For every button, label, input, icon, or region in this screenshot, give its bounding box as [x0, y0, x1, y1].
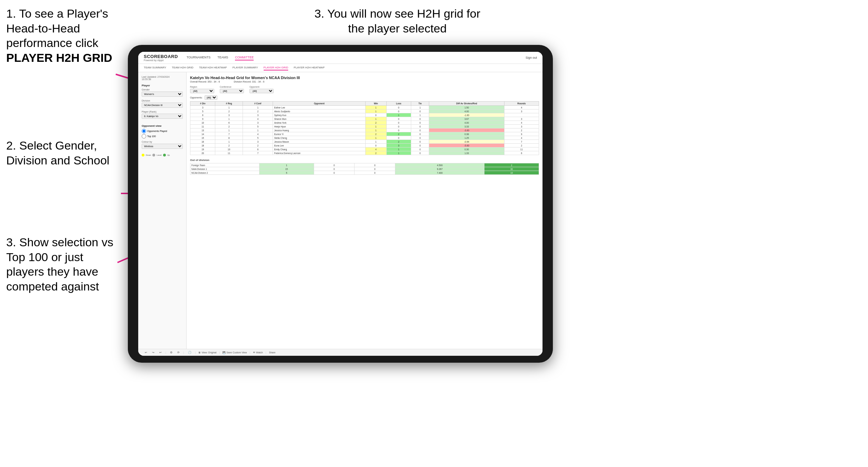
sub-nav-team-h2h-grid[interactable]: TEAM H2H GRID	[172, 65, 194, 70]
col-rounds: Rounds	[504, 102, 539, 106]
logo-sub: Powered by clippd	[144, 59, 178, 61]
table-row: 19 10 6 Emily Chang 4 1 0 0.30 11	[190, 147, 539, 151]
logo-area: SCOREBOARD Powered by clippd	[144, 54, 178, 61]
left-panel: Last Updated: 27/03/2024 16:55:38 Player…	[138, 72, 187, 349]
colour-by-select[interactable]: Win/loss	[142, 144, 183, 149]
last-updated: Last Updated: 27/03/2024 16:55:38	[142, 76, 183, 80]
sub-nav-player-h2h-heatmap[interactable]: PLAYER H2H HEATMAP	[294, 65, 325, 70]
radio-opponents-played[interactable]: Opponents Played	[142, 129, 183, 133]
opponents-row: Opponents: (All)	[190, 95, 539, 100]
division-label: Division	[142, 99, 183, 102]
save-custom-view-btn[interactable]: 💾 Save Custom View	[223, 351, 247, 354]
out-of-division-table: Foreign Team 1 0 0 4.500 2 NAIA Division…	[190, 163, 539, 175]
table-row: 10 6 3 Andrea York 2 0 0 4.00 4	[190, 121, 539, 125]
refresh-button[interactable]: ⟳	[176, 351, 181, 354]
tablet-device: SCOREBOARD Powered by clippd TOURNAMENTS…	[128, 45, 553, 363]
opponent-filter-select[interactable]: (All)	[249, 89, 274, 93]
instruction-3-right-text: 3. You will now see H2H grid for the pla…	[314, 7, 480, 35]
instruction-2-text: 2. Select Gender, Division and School	[6, 139, 110, 167]
table-row: 18 2 2 Euna Lee 0 3 0 -5.00 2	[190, 144, 539, 147]
table-row: 16 1 3 Jessica Mason 1 2 0 -0.94 7	[190, 140, 539, 144]
table-row: 14 7 4 Eunice Yi 2 2 0 0.38 9	[190, 132, 539, 136]
region-filter-group: Region (All)	[190, 86, 214, 93]
legend-label-down: Down	[146, 154, 151, 156]
division-select[interactable]: NCAA Division III	[142, 103, 183, 108]
grid-subtitle: Overall Record: 353 - 34 - 6 Division Re…	[190, 80, 539, 83]
logo-text: SCOREBOARD	[144, 54, 178, 59]
player-rank-label: Player (Rank)	[142, 111, 183, 113]
table-row: 3 1 1 Esther Lee 1 0 1 1.50 4	[190, 106, 539, 109]
undo-button[interactable]: ↩	[144, 351, 148, 354]
opponent-view-radio-group: Opponents Played Top 100	[142, 129, 183, 139]
clock-button[interactable]: 🕐	[187, 351, 192, 354]
col-conf: # Conf	[243, 102, 273, 106]
conference-filter-group: Conference (All)	[220, 86, 244, 93]
table-row: 11 2 5 Heejo Hyun 1 0 0 3.33 3	[190, 125, 539, 128]
out-of-division-title: Out of division	[190, 159, 539, 162]
nav-teams[interactable]: TEAMS	[217, 55, 228, 60]
player-rank-select[interactable]: 8. Katelyn Vo	[142, 114, 183, 119]
legend-label-level: Level	[157, 154, 161, 156]
conference-filter-select[interactable]: (All)	[220, 89, 244, 93]
gender-label: Gender	[142, 88, 183, 91]
nav-committee[interactable]: COMMITTEE	[235, 55, 254, 60]
watch-button[interactable]: 👁 Watch	[253, 351, 263, 354]
table-row: 13 1 1 Jessica Huang 1 0 0 -3.00 2	[190, 128, 539, 132]
instruction-3-left-text: 3. Show selection vs Top 100 or just pla…	[6, 236, 113, 293]
out-of-division-row: Foreign Team 1 0 0 4.500 2	[190, 163, 539, 167]
colour-by-label: Colour by	[142, 141, 183, 143]
col-diff: Diff Av Strokes/Rnd	[429, 102, 504, 106]
out-of-division-row: NAIA Division 1 15 0 0 9.267 30	[190, 167, 539, 171]
opponent-view-title: Opponent view	[142, 124, 183, 127]
tablet-screen: SCOREBOARD Powered by clippd TOURNAMENTS…	[138, 52, 542, 356]
overall-record: Overall Record: 353 - 34 - 6	[190, 80, 220, 83]
bottom-toolbar: ↩ ↪ ↩ | ⚙ ⟳ | 🕐 | 🖥 View: Original | 💾 S…	[138, 349, 542, 356]
division-record: Division Record: 331 - 34 - 6	[234, 80, 264, 83]
radio-top-100[interactable]: Top 100	[142, 134, 183, 139]
out-of-division-section: Out of division Foreign Team 1 0 0 4.500…	[190, 159, 539, 175]
sub-nav-team-h2h-heatmap[interactable]: TEAM H2H HEATMAP	[199, 65, 227, 70]
col-opponent: Opponent	[273, 102, 366, 106]
out-of-division-row: NCAA Division 2 5 0 0 7.400 10	[190, 171, 539, 175]
conference-filter-label: Conference	[220, 86, 244, 88]
table-row: 15 8 5 Stella Cheng 1 0 0 1.25 4	[190, 136, 539, 140]
gender-select[interactable]: Women's	[142, 92, 183, 97]
instruction-1: 1. To see a Player's Head-to-Head perfor…	[6, 6, 124, 65]
view-original-btn[interactable]: 🖥 View: Original	[198, 351, 216, 354]
table-row: 9 1 4 Sharon Mun 1 0 0 3.67 3	[190, 117, 539, 121]
sub-nav-player-h2h-grid[interactable]: PLAYER H2H GRID	[264, 65, 288, 70]
sub-nav-team-summary[interactable]: TEAM SUMMARY	[144, 65, 166, 70]
col-tie: Tie	[411, 102, 429, 106]
opponents-select[interactable]: (All)	[205, 95, 217, 100]
region-filter-select[interactable]: (All)	[190, 89, 214, 93]
legend-dot-level	[152, 154, 155, 156]
main-nav: TOURNAMENTS TEAMS COMMITTEE	[187, 55, 517, 60]
undo2-button[interactable]: ↪	[151, 351, 155, 354]
sub-nav-player-summary[interactable]: PLAYER SUMMARY	[233, 65, 258, 70]
legend-dot-down	[142, 154, 144, 156]
h2h-table: # Div # Reg # Conf Opponent Win Loss Tie…	[190, 101, 539, 155]
main-content: Last Updated: 27/03/2024 16:55:38 Player…	[138, 72, 542, 349]
nav-tournaments[interactable]: TOURNAMENTS	[187, 55, 210, 60]
legend-label-up: Up	[167, 154, 170, 156]
opponent-filter-group: Opponent (All)	[249, 86, 274, 93]
settings-button[interactable]: ⚙	[169, 351, 173, 354]
app-header: SCOREBOARD Powered by clippd TOURNAMENTS…	[138, 52, 542, 64]
sub-nav: TEAM SUMMARY TEAM H2H GRID TEAM H2H HEAT…	[138, 64, 542, 72]
legend-dot-up	[163, 154, 166, 156]
opponent-filter-label: Opponent	[249, 86, 274, 88]
instruction-3-right: 3. You will now see H2H grid for the pla…	[311, 6, 484, 36]
redo-button[interactable]: ↩	[158, 351, 163, 354]
share-button[interactable]: Share	[269, 351, 275, 354]
colour-legend: Down Level Up	[142, 154, 183, 156]
grid-panel: Katelyn Vo Head-to-Head Grid for Women's…	[187, 72, 542, 349]
table-row: 6 3 3 Sydney Kuo 0 1 1 -1.00	[190, 113, 539, 117]
instruction-3-left: 3. Show selection vs Top 100 or just pla…	[6, 235, 117, 294]
grid-title: Katelyn Vo Head-to-Head Grid for Women's…	[190, 76, 539, 80]
sign-out-button[interactable]: Sign out	[526, 56, 537, 59]
col-div: # Div	[190, 102, 215, 106]
instruction-2: 2. Select Gender, Division and School	[6, 138, 117, 168]
instruction-1-bold: PLAYER H2H GRID	[6, 51, 112, 64]
filter-row: Region (All) Conference (All) Opponent	[190, 86, 539, 93]
table-row: 5 2 2 Alexis Sudjianto 1 0 0 4.00 3	[190, 109, 539, 113]
